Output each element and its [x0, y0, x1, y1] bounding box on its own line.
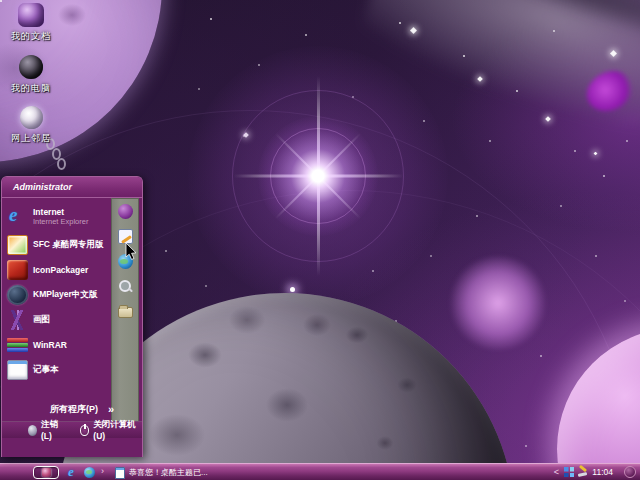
- menu-item-winrar[interactable]: WinRAR: [7, 332, 109, 357]
- double-chevron-icon: »: [108, 403, 113, 415]
- start-menu-footer: 注销(L) 关闭计算机(U): [2, 421, 142, 438]
- log-off-icon: [28, 425, 37, 436]
- icon-label: 我的文档: [0, 30, 62, 43]
- taskbar-task-button[interactable]: 恭喜您！桌酷主题已...: [111, 464, 212, 480]
- tray-ime-pen-icon[interactable]: [577, 467, 588, 478]
- tray-collapse-chevron[interactable]: <: [554, 467, 559, 478]
- log-off-label: 注销(L): [41, 419, 64, 441]
- menu-item-sfc[interactable]: SFC 桌酷网专用版: [7, 232, 109, 257]
- menu-item-label: 画图: [33, 314, 50, 326]
- desktop-icon-network-places[interactable]: 网上邻居: [0, 106, 62, 145]
- icon-label: 我的电脑: [0, 82, 62, 95]
- my-computer-icon: [19, 55, 43, 79]
- user-name: Administrator: [13, 182, 72, 192]
- menu-item-kmplayer[interactable]: KMPlayer中文版: [7, 282, 109, 307]
- folder-icon[interactable]: [118, 307, 133, 318]
- taskbar: e › 恭喜您！桌酷主题已... < 11:04: [0, 463, 640, 480]
- notepad-icon: [7, 360, 28, 380]
- shut-down-label: 关闭计算机(U): [93, 419, 138, 441]
- start-menu: Administrator Internet Internet Explorer…: [1, 176, 143, 457]
- taskbar-clock[interactable]: 11:04: [592, 464, 613, 480]
- kmplayer-icon: [7, 285, 28, 305]
- menu-item-label: SFC 桌酷网专用版: [33, 239, 103, 251]
- all-programs-button[interactable]: 所有程序(P) »: [2, 397, 144, 421]
- start-button[interactable]: [33, 466, 59, 479]
- search-icon[interactable]: [118, 279, 133, 294]
- bright-star-dot: [290, 287, 295, 292]
- sfc-app-icon: [7, 235, 28, 255]
- my-documents-sphere-icon[interactable]: [118, 204, 133, 219]
- my-documents-icon: [18, 3, 44, 27]
- menu-item-paint[interactable]: 画图: [7, 307, 109, 332]
- mouse-cursor: [125, 243, 137, 265]
- desktop-icon-my-documents[interactable]: 我的文档: [0, 3, 62, 43]
- sparkle-star: [593, 151, 597, 155]
- notepad-task-icon: [115, 467, 125, 479]
- glow-sphere: [449, 256, 547, 350]
- internet-explorer-icon: [7, 207, 28, 227]
- all-programs-label: 所有程序(P): [50, 403, 98, 416]
- log-off-button[interactable]: 注销(L): [24, 422, 68, 438]
- network-places-icon: [20, 106, 43, 129]
- taskbar-end-button[interactable]: [624, 466, 636, 478]
- menu-item-iconpackager[interactable]: IconPackager: [7, 257, 109, 282]
- task-button-label: 恭喜您！桌酷主题已...: [129, 467, 208, 478]
- start-logo-icon: [42, 468, 51, 477]
- menu-item-notepad[interactable]: 记事本: [7, 357, 109, 382]
- iconpackager-icon: [7, 260, 28, 280]
- menu-item-label: KMPlayer中文版: [33, 289, 97, 301]
- sparkle-star: [545, 116, 551, 122]
- power-icon: [80, 425, 89, 436]
- icon-label: 网上邻居: [0, 132, 62, 145]
- quicklaunch-overflow-chevron[interactable]: ›: [101, 466, 104, 476]
- desktop-icon-my-computer[interactable]: 我的电脑: [0, 55, 62, 95]
- menu-item-internet[interactable]: Internet Internet Explorer: [7, 201, 109, 232]
- quicklaunch-internet-explorer-icon[interactable]: e: [64, 465, 78, 479]
- shut-down-button[interactable]: 关闭计算机(U): [76, 422, 142, 438]
- menu-item-label: IconPackager: [33, 265, 88, 275]
- paint-icon: [7, 310, 28, 330]
- start-menu-user-banner: Administrator: [2, 177, 142, 198]
- desktop: 我的文档 我的电脑 网上邻居 Administrator Internet In…: [0, 0, 640, 480]
- menu-item-label: 记事本: [33, 364, 59, 376]
- menu-item-sublabel: Internet Explorer: [33, 217, 88, 227]
- edit-document-icon[interactable]: [118, 229, 133, 244]
- quicklaunch-globe-icon[interactable]: [84, 467, 95, 478]
- menu-item-label: Internet: [33, 207, 88, 217]
- menu-item-label: WinRAR: [33, 340, 67, 350]
- tray-blue-squares-icon[interactable]: [564, 467, 574, 477]
- winrar-icon: [7, 335, 28, 355]
- star-field: [0, 0, 2, 2]
